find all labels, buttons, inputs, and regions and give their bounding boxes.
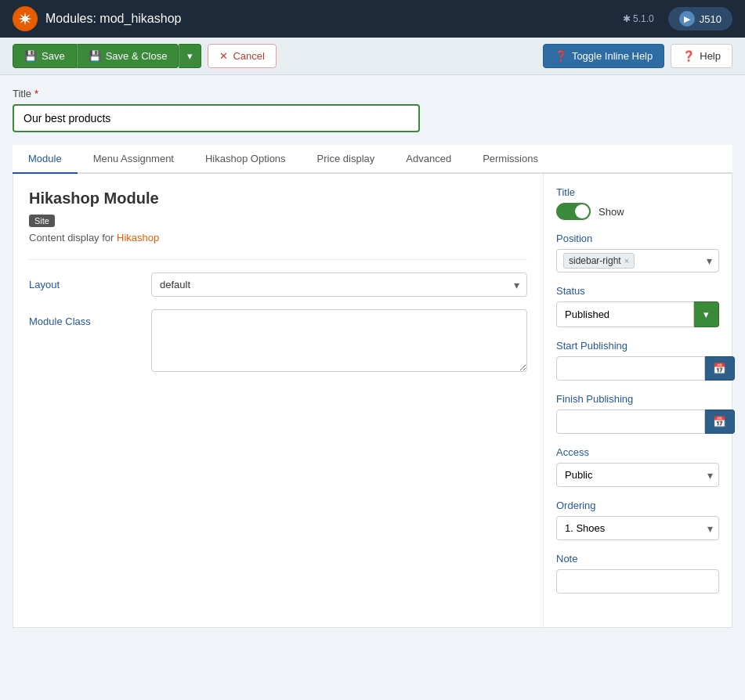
sidebar-ordering-field: Ordering 1. Shoes ▾	[556, 500, 719, 540]
sidebar-status-label: Status	[556, 285, 719, 297]
layout-row: Layout default ▾	[29, 272, 527, 297]
cancel-icon: ✕	[219, 50, 228, 62]
layout-select[interactable]: default	[151, 272, 527, 297]
start-publishing-input[interactable]	[556, 356, 705, 381]
topbar: Modules: mod_hikashop ✱ 5.1.0 ▶ J510	[0, 0, 745, 38]
start-publishing-calendar-button[interactable]: 📅	[705, 356, 735, 381]
finish-publishing-calendar-button[interactable]: 📅	[705, 410, 735, 434]
save-label: Save	[42, 50, 65, 62]
page-title: Modules: mod_hikashop	[45, 12, 615, 26]
main-panel: Hikashop Module Site Content display for…	[13, 174, 732, 628]
form-divider	[29, 259, 527, 260]
sidebar-start-label: Start Publishing	[556, 340, 719, 352]
hikashop-link[interactable]: Hikashop	[117, 232, 159, 244]
note-input[interactable]	[556, 569, 719, 594]
save-close-label: Save & Close	[106, 50, 168, 62]
help-icon: ❓	[682, 50, 695, 62]
sidebar-start-publishing-field: Start Publishing 📅	[556, 340, 719, 381]
title-field-label: Title *	[13, 88, 732, 99]
left-content: Hikashop Module Site Content display for…	[13, 174, 544, 627]
tab-permissions[interactable]: Permissions	[467, 145, 554, 174]
ordering-select-wrapper: 1. Shoes ▾	[556, 516, 719, 540]
user-label: J510	[700, 13, 721, 25]
access-select-wrapper: Public Registered Special ▾	[556, 463, 719, 487]
module-tabs: Module Menu Assignment Hikashop Options …	[13, 145, 732, 174]
calendar-icon: 📅	[713, 363, 726, 374]
sidebar-status-field: Status PublishedUnpublished ▾	[556, 285, 719, 327]
help-button[interactable]: ❓ Help	[671, 44, 732, 68]
sidebar-access-field: Access Public Registered Special ▾	[556, 446, 719, 487]
joomla-logo	[13, 6, 38, 31]
save-disk-icon: 💾	[89, 50, 101, 62]
chevron-down-icon: ▾	[187, 50, 193, 62]
module-class-label: Module Class	[29, 309, 139, 327]
position-tag: sidebar-right ×	[563, 253, 635, 269]
user-icon: ▶	[679, 11, 695, 27]
cancel-button[interactable]: ✕ Cancel	[208, 44, 276, 68]
help-label: Help	[700, 50, 721, 62]
title-toggle[interactable]	[556, 203, 591, 220]
sidebar-title-field: Title Show	[556, 186, 719, 220]
sidebar-ordering-label: Ordering	[556, 500, 719, 511]
tab-module[interactable]: Module	[13, 145, 78, 174]
position-remove-icon[interactable]: ×	[624, 256, 629, 265]
toggle-help-label: Toggle Inline Help	[572, 50, 653, 62]
sidebar-position-field: Position sidebar-right × ▾	[556, 233, 719, 272]
module-heading: Hikashop Module	[29, 189, 527, 207]
start-publishing-row: 📅	[556, 356, 719, 381]
tab-price-display[interactable]: Price display	[302, 145, 391, 174]
status-dropdown-button[interactable]: ▾	[694, 301, 719, 327]
site-badge: Site	[29, 215, 55, 227]
help-buttons: ❓ Toggle Inline Help ❓ Help	[543, 44, 732, 68]
cancel-label: Cancel	[233, 50, 264, 62]
status-select-row: PublishedUnpublished ▾	[556, 301, 719, 327]
required-marker: *	[34, 88, 38, 99]
position-box[interactable]: sidebar-right × ▾	[556, 249, 719, 272]
sidebar-finish-label: Finish Publishing	[556, 393, 719, 405]
module-class-row: Module Class	[29, 309, 527, 372]
layout-label: Layout	[29, 272, 139, 290]
save-button[interactable]: 💾 Save	[13, 44, 77, 68]
module-class-input[interactable]	[151, 309, 527, 372]
right-sidebar: Title Show Position sidebar-right × ▾	[544, 174, 732, 627]
sidebar-position-label: Position	[556, 233, 719, 244]
finish-publishing-input[interactable]	[556, 410, 705, 434]
version-badge: ✱ 5.1.0	[623, 13, 654, 24]
sidebar-access-label: Access	[556, 446, 719, 458]
save-dropdown-button[interactable]: ▾	[179, 44, 201, 68]
tab-menu-assignment[interactable]: Menu Assignment	[78, 145, 190, 174]
module-description: Content display for Hikashop	[29, 232, 527, 244]
toolbar: 💾 Save 💾 Save & Close ▾ ✕ Cancel ❓ Toggl…	[0, 38, 745, 75]
toggle-inline-help-button[interactable]: ❓ Toggle Inline Help	[543, 44, 664, 68]
title-toggle-row: Show	[556, 203, 719, 220]
tab-advanced[interactable]: Advanced	[390, 145, 467, 174]
user-menu-button[interactable]: ▶ J510	[668, 7, 732, 31]
save-icon: 💾	[24, 50, 37, 62]
layout-select-wrapper: default ▾	[151, 272, 527, 297]
save-close-button[interactable]: 💾 Save & Close	[77, 44, 179, 68]
status-select[interactable]: PublishedUnpublished	[556, 301, 694, 327]
tab-hikashop-options[interactable]: Hikashop Options	[190, 145, 302, 174]
position-dropdown-button[interactable]: ▾	[707, 254, 712, 267]
title-show-label: Show	[599, 206, 624, 218]
save-button-group: 💾 Save 💾 Save & Close ▾	[13, 44, 201, 68]
ordering-select[interactable]: 1. Shoes	[556, 516, 719, 540]
toggle-thumb	[575, 204, 589, 218]
calendar-icon: 📅	[713, 416, 726, 428]
sidebar-note-field: Note	[556, 553, 719, 594]
title-input[interactable]	[13, 104, 420, 132]
question-circle-icon: ❓	[555, 50, 567, 62]
sidebar-title-label: Title	[556, 186, 719, 198]
finish-publishing-row: 📅	[556, 410, 719, 434]
sidebar-finish-publishing-field: Finish Publishing 📅	[556, 393, 719, 434]
page-content: Title * Module Menu Assignment Hikashop …	[0, 75, 745, 640]
access-select[interactable]: Public Registered Special	[556, 463, 719, 487]
sidebar-note-label: Note	[556, 553, 719, 565]
